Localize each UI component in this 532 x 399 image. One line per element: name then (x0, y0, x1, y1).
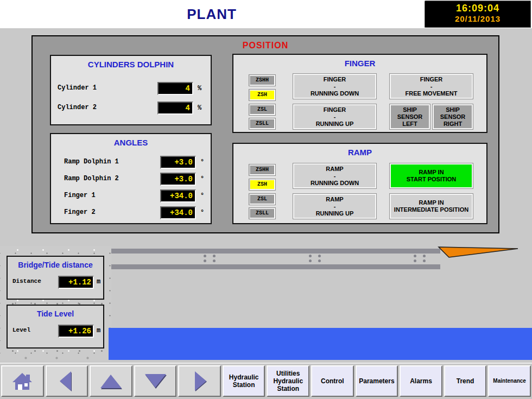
nav-trend-button[interactable]: Trend (444, 365, 487, 397)
position-panel-title: POSITION (33, 41, 498, 50)
bridge-rivets (204, 254, 216, 263)
finger-2-row: Finger 2 +34.0 ° (51, 206, 211, 219)
cylinders-dolphin-panel: CYLINDERS DOLPHIN Cylinder 1 4 % Cylinde… (50, 55, 212, 125)
angles-title: ANGLES (51, 138, 211, 147)
nav-parameters-button[interactable]: Parameters (356, 365, 398, 397)
nav-maintenance-button[interactable]: Maintenance (488, 365, 531, 397)
finger-1-row: Finger 1 +34.0 ° (51, 189, 211, 202)
finger-free-movement-status: FINGER - FREE MOVEMENT (390, 74, 473, 99)
cylinder-2-unit: % (198, 104, 201, 112)
finger-running-down-status: FINGER - RUNNING DOWN (293, 74, 376, 99)
ramp-running-up-status: RAMP - RUNNING UP (293, 194, 376, 219)
angles-panel: ANGLES Ramp Dolphin 1 +3.0 ° Ramp Dolphi… (50, 133, 212, 224)
next-page-button[interactable] (178, 365, 221, 397)
home-button[interactable] (1, 365, 44, 397)
finger-zsll-indicator: ZSLL (249, 118, 275, 129)
finger-title: FINGER (233, 59, 486, 68)
ramp-dolphin-2-row: Ramp Dolphin 2 +3.0 ° (51, 173, 211, 186)
cylinder-1-value: 4 (157, 82, 193, 95)
navigation-bar: Hydraulic Station Utilities Hydraulic St… (0, 363, 532, 399)
ramp-start-position-status: RAMP IN START POSITION (390, 163, 473, 188)
nav-hydraulic-station-button[interactable]: Hydraulic Station (223, 365, 265, 397)
ramp-zsl-indicator: ZSL (249, 194, 275, 205)
tide-level-panel: Tide Level Level +1.26 m (7, 305, 104, 349)
ramp-zsll-indicator: ZSLL (249, 208, 275, 219)
clock-display: 16:09:04 20/11/2013 (425, 1, 531, 28)
page-up-button[interactable] (90, 365, 132, 397)
nav-alarms-button[interactable]: Alarms (400, 365, 442, 397)
ramp-zshh-indicator: ZSHH (249, 164, 275, 175)
distance-value: +1.12 (58, 276, 94, 289)
cylinder-1-row: Cylinder 1 4 % (51, 82, 211, 95)
ramp-panel: RAMP ZSHH ZSH ZSL ZSLL RAMP - RUNNING DO… (232, 143, 487, 224)
finger-panel: FINGER ZSHH ZSH ZSL ZSLL FINGER - RUNNIN… (232, 54, 487, 133)
finger-zsh-indicator: ZSH (249, 90, 275, 100)
ramp-dolphin-1-unit: ° (200, 159, 204, 166)
position-panel: POSITION CYLINDERS DOLPHIN Cylinder 1 4 … (31, 35, 499, 233)
finger-2-value: +34.0 (160, 206, 196, 219)
cylinder-1-unit: % (198, 85, 201, 92)
finger-1-label: Finger 1 (64, 192, 96, 199)
finger-1-unit: ° (200, 192, 204, 200)
bridge-rivets (309, 254, 321, 263)
cylinder-1-label: Cylinder 1 (58, 84, 97, 92)
finger-running-up-status: FINGER - RUNNING UP (293, 104, 376, 129)
ramp-flap-icon (438, 245, 520, 259)
bridge-deck-top (111, 249, 440, 254)
distance-unit: m (97, 278, 100, 286)
ramp-flap-graphic (438, 245, 520, 259)
ramp-running-down-status: RAMP - RUNNING DOWN (293, 163, 376, 188)
cylinder-2-value: 4 (157, 102, 193, 115)
distance-label: Distance (12, 278, 41, 284)
header: PLANT 16:09:04 20/11/2013 (0, 0, 532, 28)
plant-screen: PLANT 16:09:04 20/11/2013 POSITION CYLIN… (0, 0, 532, 399)
ramp-intermediate-position-status: RAMP IN INTERMEDIATE POSITION (390, 194, 473, 219)
ship-sensor-left-status: SHIP SENSOR LEFT (390, 104, 430, 129)
nav-control-button[interactable]: Control (311, 365, 354, 397)
clock-date: 20/11/2013 (425, 14, 530, 23)
ramp-dolphin-1-row: Ramp Dolphin 1 +3.0 ° (51, 156, 211, 169)
level-unit: m (97, 327, 100, 334)
ramp-dolphin-2-value: +3.0 (160, 173, 196, 186)
finger-2-unit: ° (200, 209, 204, 217)
finger-zsl-indicator: ZSL (249, 104, 275, 115)
bridge-rivets (414, 254, 426, 263)
arrow-up-icon (99, 369, 123, 393)
arrow-left-icon (55, 369, 79, 393)
level-label: Level (12, 327, 30, 333)
tide-level-title: Tide Level (8, 309, 103, 318)
ramp-dolphin-1-label: Ramp Dolphin 1 (64, 158, 119, 166)
arrow-right-icon (188, 369, 212, 393)
ramp-zsh-indicator: ZSH (249, 179, 275, 190)
nav-utilities-hydraulic-station-button[interactable]: Utilities Hydraulic Station (267, 365, 309, 397)
bridge-tide-distance-title: Bridge/Tide distance (8, 261, 103, 269)
bridge-tide-distance-panel: Bridge/Tide distance Distance +1.12 m (7, 256, 104, 300)
ramp-dolphin-2-unit: ° (200, 175, 204, 183)
finger-2-label: Finger 2 (64, 208, 96, 216)
page-down-button[interactable] (134, 365, 177, 397)
cylinder-2-row: Cylinder 2 4 % (51, 102, 211, 115)
ship-sensor-right-status: SHIP SENSOR RIGHT (433, 104, 473, 129)
cylinders-dolphin-title: CYLINDERS DOLPHIN (51, 60, 211, 69)
home-icon (10, 369, 34, 393)
ramp-dolphin-2-label: Ramp Dolphin 2 (64, 175, 119, 182)
page-title: PLANT (0, 6, 423, 23)
finger-1-value: +34.0 (160, 189, 196, 202)
clock-time: 16:09:04 (425, 3, 530, 14)
ramp-dolphin-1-value: +3.0 (160, 156, 196, 169)
water-graphic (109, 328, 532, 360)
finger-zshh-indicator: ZSHH (249, 75, 275, 86)
arrow-down-icon (143, 369, 167, 393)
bridge-deck-bottom (111, 264, 440, 269)
level-value: +1.26 (58, 325, 94, 338)
previous-page-button[interactable] (46, 365, 88, 397)
cylinder-2-label: Cylinder 2 (58, 104, 97, 111)
ramp-title: RAMP (233, 148, 486, 157)
